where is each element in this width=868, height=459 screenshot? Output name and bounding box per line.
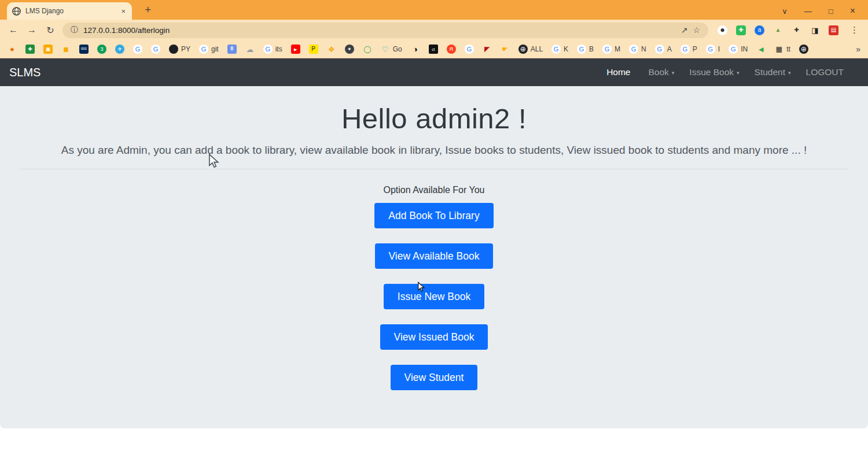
window-controls: ∨ — □ × (782, 6, 868, 20)
close-window-button[interactable]: × (850, 6, 855, 16)
extension-icon[interactable]: ✚ (792, 25, 801, 35)
bookmark-item[interactable]: ◀ (756, 45, 766, 54)
bookmark-item[interactable]: ◑ (411, 45, 420, 54)
new-tab-button[interactable]: + (145, 3, 151, 20)
bookmark-label: K (564, 45, 568, 53)
browser-toolbar: ← → ↻ ⓘ 127.0.0.1:8000/afterlogin ↗ ☆ ☻ … (0, 20, 868, 40)
bookmark-item[interactable]: ✦ (345, 45, 354, 54)
bookmark-item[interactable]: ❖ (327, 45, 336, 54)
extension-icon[interactable]: ✚ (736, 25, 746, 35)
reload-button[interactable]: ↻ (44, 25, 57, 36)
bookmark-item[interactable]: G (151, 45, 160, 54)
bookmark-favicon: G (655, 45, 664, 54)
bookmark-label: git (211, 45, 219, 53)
nav-link[interactable]: Student ▾ (750, 67, 796, 77)
extension-icon[interactable]: ☻ (718, 25, 727, 35)
bookmark-item[interactable]: 3 (97, 45, 106, 54)
url-text[interactable]: 127.0.0.1:8000/afterlogin (83, 26, 676, 35)
bookmark-favicon: ⊕ (518, 45, 528, 54)
bookmark-item[interactable]: cl (429, 45, 438, 54)
bookmark-favicon: ⊕ (799, 45, 808, 54)
bookmark-item[interactable]: P (309, 45, 318, 54)
page-title: Hello admin2 ! (0, 102, 868, 135)
bookmark-item[interactable]: G B (577, 45, 594, 54)
bookmark-item[interactable]: ⊕ ALL (518, 45, 543, 54)
bookmark-favicon: ☛ (501, 45, 510, 54)
restore-button[interactable]: □ (829, 7, 833, 16)
bookmark-item[interactable]: PY (169, 45, 190, 54)
bookmark-item[interactable]: ☁ (245, 45, 255, 54)
nav-link[interactable]: Issue Book ▾ (685, 67, 744, 77)
nav-link[interactable]: Home (602, 67, 638, 77)
bookmark-favicon: G (263, 45, 273, 54)
action-button[interactable]: Add Book To Library (374, 203, 493, 228)
action-button[interactable]: Issue New Book (384, 284, 484, 309)
bookmark-favicon: G (602, 45, 612, 54)
tab-close-icon[interactable]: × (120, 7, 127, 16)
bookmark-item[interactable]: G (133, 45, 142, 54)
bookmark-label: M (615, 45, 620, 53)
bookmark-favicon: ▆ (61, 45, 71, 54)
site-info-icon[interactable]: ⓘ (71, 25, 78, 35)
bookmark-item[interactable]: ⊕ (799, 45, 808, 54)
bookmark-label: tt (786, 45, 790, 53)
minimize-button[interactable]: — (804, 7, 812, 16)
bookmark-favicon: ▶ (291, 45, 300, 54)
bookmark-item[interactable]: ♡ Go (381, 45, 402, 54)
bookmark-item[interactable]: G I (706, 45, 720, 54)
bookmark-item[interactable]: ✈ (115, 45, 124, 54)
bookmark-label: N (641, 45, 646, 53)
bookmark-favicon: G (729, 45, 738, 54)
share-icon[interactable]: ↗ (681, 25, 688, 35)
bookmark-item[interactable]: IEEE (79, 45, 89, 54)
action-button[interactable]: View Issued Book (380, 324, 488, 350)
extension-icon[interactable]: ▤ (829, 25, 838, 35)
bookmark-label: A (667, 45, 672, 53)
action-button[interactable]: View Available Book (375, 243, 494, 269)
chevron-down-icon: ▾ (737, 70, 740, 76)
bookmark-item[interactable]: Я (447, 45, 456, 54)
bookmark-item[interactable]: ☛ (501, 45, 510, 54)
bookmark-item[interactable]: G git (199, 45, 219, 54)
bookmark-star-icon[interactable]: ☆ (693, 25, 700, 35)
bookmark-item[interactable]: G M (602, 45, 620, 54)
bookmark-item[interactable]: G (465, 45, 474, 54)
options-title: Option Available For You (0, 185, 868, 195)
bookmark-item[interactable]: G its (263, 45, 282, 54)
bookmark-item[interactable]: ◯ (363, 45, 372, 54)
back-button[interactable]: ← (7, 25, 20, 35)
extension-icon[interactable]: ◨ (810, 25, 820, 35)
bookmark-item[interactable]: ▆ (61, 45, 71, 54)
extension-icon[interactable]: a (755, 25, 764, 35)
bookmark-item[interactable]: ✚ (25, 45, 35, 54)
action-button[interactable]: View Student (391, 365, 478, 390)
bookmark-item[interactable]: ◤ (483, 45, 492, 54)
nav-link[interactable]: Book ▾ (643, 67, 679, 77)
bookmark-item[interactable]: G N (629, 45, 646, 54)
bookmark-item[interactable]: G IN (729, 45, 748, 54)
bookmark-item[interactable]: ▣ (43, 45, 53, 54)
browser-tab[interactable]: LMS Django × (7, 2, 132, 20)
extension-icon[interactable]: ▲ (773, 25, 783, 35)
bookmark-item[interactable]: G P (681, 45, 697, 54)
bookmark-favicon: ◤ (483, 45, 492, 54)
browser-menu-dots-icon[interactable]: ⋮ (848, 25, 861, 35)
bookmark-label: Go (393, 45, 402, 53)
bookmarks-overflow-chevron-icon[interactable]: » (856, 45, 860, 54)
bookmark-item[interactable]: ▦ tt (774, 45, 790, 54)
bookmark-item[interactable]: Ⅲ (227, 45, 237, 54)
bookmark-item[interactable]: ◆ (8, 45, 17, 54)
bookmark-favicon: ☁ (245, 45, 255, 54)
forward-button[interactable]: → (25, 25, 38, 35)
nav-link-label: Book (648, 67, 668, 77)
tab-search-chevron-icon[interactable]: ∨ (782, 7, 788, 16)
address-bar[interactable]: ⓘ 127.0.0.1:8000/afterlogin ↗ ☆ (62, 23, 708, 38)
bookmark-favicon (169, 45, 178, 54)
bookmark-item[interactable]: G A (655, 45, 672, 54)
bookmark-item[interactable]: G K (551, 45, 568, 54)
bookmark-item[interactable]: ▶ (291, 45, 300, 54)
bookmark-label: PY (181, 45, 190, 53)
nav-link[interactable]: LOGOUT (801, 67, 851, 77)
brand-logo[interactable]: SLMS (9, 66, 41, 79)
bookmark-favicon: Ⅲ (227, 45, 237, 54)
